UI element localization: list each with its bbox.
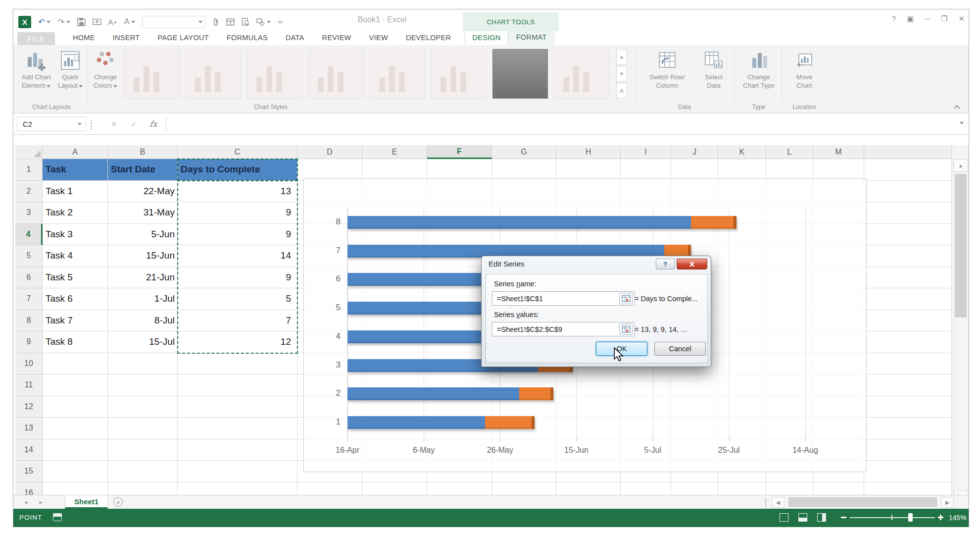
touch-mode-icon[interactable]: ≃: [278, 18, 284, 26]
cell-filler-3[interactable]: [864, 202, 952, 224]
cell-filler-11[interactable]: [864, 374, 952, 396]
insert-function-icon[interactable]: fx: [146, 117, 161, 131]
series-values-range-selector-icon[interactable]: [619, 323, 633, 335]
cell-C2[interactable]: 13: [178, 181, 297, 203]
page-break-view-icon[interactable]: [817, 513, 826, 522]
tab-home[interactable]: HOME: [73, 31, 95, 45]
row-header-16[interactable]: 16: [15, 482, 43, 495]
row-header-9[interactable]: 9: [15, 331, 43, 353]
cell-B11[interactable]: [108, 374, 178, 396]
cell-K16[interactable]: [718, 482, 766, 495]
expand-formula-bar-icon[interactable]: [960, 122, 964, 124]
cell-C13[interactable]: [178, 418, 297, 439]
change-colors-button[interactable]: Change Colors: [91, 47, 120, 90]
cell-C12[interactable]: [178, 396, 297, 418]
bar-days-to-complete-segment[interactable]: [485, 416, 535, 429]
cell-C4[interactable]: 9: [178, 224, 297, 246]
font-size-icon[interactable]: A: [124, 17, 135, 27]
column-header-F[interactable]: F: [427, 145, 492, 159]
column-header-D[interactable]: D: [297, 145, 362, 159]
redo-icon[interactable]: ↷: [57, 17, 70, 27]
cell-B6[interactable]: 21-Jun: [108, 267, 178, 289]
chart-bar-series[interactable]: [347, 416, 535, 429]
cell-H1[interactable]: [556, 159, 621, 181]
cell-J16[interactable]: [671, 482, 718, 495]
dialog-help-button[interactable]: ?: [656, 259, 675, 269]
cell-D16[interactable]: [297, 482, 362, 495]
confirm-entry-icon[interactable]: ✓: [126, 117, 141, 131]
cell-E1[interactable]: [362, 159, 427, 181]
row-header-11[interactable]: 11: [15, 374, 43, 396]
cell-C1[interactable]: Days to Complete: [178, 159, 297, 181]
hscroll-right-icon[interactable]: ▶: [941, 497, 954, 508]
collapse-ribbon-icon[interactable]: [955, 105, 960, 109]
cell-B2[interactable]: 22-May: [108, 181, 178, 203]
cell-filler-15[interactable]: [864, 461, 952, 482]
bar-start-date-segment[interactable]: [347, 216, 691, 229]
hscroll-left-icon[interactable]: ◀: [772, 497, 784, 508]
zoom-in-icon[interactable]: [938, 517, 943, 518]
shapes-icon[interactable]: [256, 18, 271, 26]
restore-icon[interactable]: ❐: [941, 14, 947, 23]
tab-page-layout[interactable]: PAGE LAYOUT: [157, 31, 208, 45]
tab-data[interactable]: DATA: [286, 31, 304, 45]
cell-A7[interactable]: Task 6: [43, 288, 108, 310]
cell-filler-8[interactable]: [864, 310, 952, 332]
cell-C16[interactable]: [178, 482, 297, 495]
sheet-nav-prev-icon[interactable]: ◂: [24, 498, 40, 506]
column-header-G[interactable]: G: [492, 145, 556, 159]
vscroll-down-icon[interactable]: ▼: [953, 490, 968, 495]
print-preview-icon[interactable]: [242, 18, 249, 26]
new-sheet-button[interactable]: +: [113, 497, 123, 507]
cell-B1[interactable]: Start Date: [108, 159, 178, 181]
cell-G16[interactable]: [492, 482, 556, 495]
sheet-tab-active[interactable]: Sheet1: [65, 495, 108, 509]
cell-B16[interactable]: [108, 482, 178, 495]
cell-C6[interactable]: 9: [178, 267, 297, 289]
cell-B4[interactable]: 5-Jun: [108, 224, 178, 246]
cell-J1[interactable]: [671, 159, 718, 181]
cell-A9[interactable]: Task 8: [43, 331, 108, 353]
cell-filler-9[interactable]: [864, 331, 952, 353]
cell-I16[interactable]: [621, 482, 671, 495]
cell-A2[interactable]: Task 1: [43, 181, 108, 203]
cell-B8[interactable]: 8-Jul: [108, 310, 178, 332]
row-header-1[interactable]: 1: [15, 159, 43, 181]
formula-input[interactable]: [170, 117, 954, 131]
undo-icon[interactable]: ↶: [38, 17, 50, 27]
vscroll-thumb[interactable]: [955, 174, 967, 318]
help-icon[interactable]: ?: [892, 14, 896, 23]
column-header-I[interactable]: I: [621, 145, 671, 159]
save-icon[interactable]: [77, 18, 86, 26]
dialog-close-button[interactable]: [677, 259, 707, 269]
chart-style-thumbnail-7[interactable]: [492, 49, 548, 99]
column-header-H[interactable]: H: [556, 145, 621, 159]
close-icon[interactable]: ✕: [958, 14, 965, 23]
cell-M16[interactable]: [813, 482, 864, 495]
row-header-14[interactable]: 14: [15, 439, 43, 461]
row-header-5[interactable]: 5: [15, 245, 43, 267]
tab-file[interactable]: FILE: [17, 32, 55, 45]
ribbon-display-options-icon[interactable]: ▣: [907, 14, 914, 23]
cell-filler-2[interactable]: [864, 181, 952, 203]
column-header-M[interactable]: M: [813, 145, 864, 159]
tab-design-active[interactable]: DESIGN: [465, 31, 508, 45]
cell-filler-10[interactable]: [864, 353, 952, 375]
column-header-L[interactable]: L: [766, 145, 813, 159]
tab-splitter-handle[interactable]: [765, 498, 767, 507]
cell-B5[interactable]: 15-Jun: [108, 245, 178, 267]
minimize-icon[interactable]: ─: [925, 14, 930, 23]
vscroll-up-icon[interactable]: ▲: [953, 159, 968, 172]
cell-C14[interactable]: [178, 439, 297, 461]
select-data-button[interactable]: Select Data: [697, 47, 730, 90]
cell-A14[interactable]: [43, 439, 108, 461]
cell-C5[interactable]: 14: [178, 245, 297, 267]
row-header-6[interactable]: 6: [15, 267, 43, 289]
column-header-K[interactable]: K: [718, 145, 766, 159]
name-box-splitter[interactable]: [91, 119, 92, 130]
cell-B15[interactable]: [108, 461, 178, 482]
row-header-4[interactable]: 4: [15, 224, 43, 246]
cell-C10[interactable]: [178, 353, 297, 375]
cell-filler-7[interactable]: [864, 288, 952, 310]
cell-L16[interactable]: [766, 482, 813, 495]
